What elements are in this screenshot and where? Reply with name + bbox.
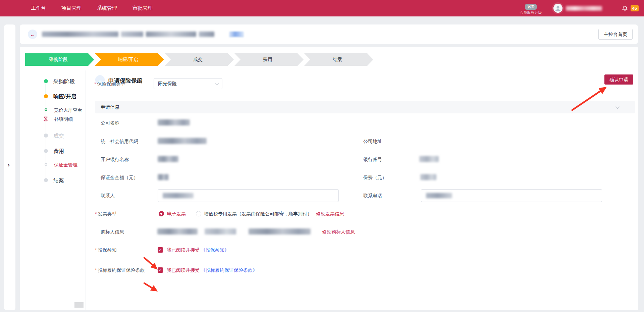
- vip-icon: VIP: [525, 4, 537, 10]
- performance-terms-label: 投标履约保证保险条款: [95, 267, 145, 273]
- bank-account-value-redacted: [419, 156, 439, 162]
- radio-vat-invoice-label[interactable]: 增值税专用发票（发票由保险公司邮寄，顺丰到付）: [204, 211, 312, 217]
- buyer-info-label: 购标人信息: [101, 229, 124, 235]
- notifications[interactable]: 46: [622, 5, 639, 12]
- status-badge-redacted: [229, 32, 244, 37]
- edit-invoice-info-link[interactable]: 修改发票信息: [316, 211, 344, 217]
- terms-checkbox-checked[interactable]: ✓: [158, 267, 163, 273]
- vip-caption: 会员服务升级: [520, 10, 542, 15]
- redacted-text: [42, 32, 118, 37]
- phone-label: 联系电话: [363, 193, 382, 199]
- step-label: 采购阶段: [49, 57, 68, 63]
- guarantee-type-select[interactable]: 阳光保险: [154, 78, 222, 89]
- main-content-card: 采购阶段 响应/开启 成交 费用 结案 采购阶段 响应/开启 竞价大厅查看 补填…: [20, 47, 638, 310]
- vip-upgrade[interactable]: VIP 会员服务升级: [520, 4, 542, 15]
- main-menu: 工作台 项目管理 系统管理 审批管理: [31, 0, 153, 16]
- page-header-card: ← 主控台首页: [20, 24, 638, 44]
- sidebar-item-fill-details[interactable]: 补填明细: [54, 116, 73, 122]
- radio-electronic-invoice-label[interactable]: 电子发票: [167, 211, 186, 217]
- expand-panel-chevron-icon[interactable]: ›: [8, 161, 10, 168]
- horizontal-scrollbar-thumb[interactable]: [74, 302, 84, 308]
- bank-account-label: 银行账号: [363, 157, 382, 163]
- top-navbar: 工作台 项目管理 系统管理 审批管理 VIP 会员服务升级: [0, 0, 644, 16]
- invoice-type-label: 发票类型: [95, 211, 116, 217]
- user-avatar[interactable]: [553, 4, 562, 13]
- notice-checkbox-checked[interactable]: ✓: [158, 247, 163, 253]
- confirm-apply-button[interactable]: 确认申请: [604, 74, 633, 85]
- radio-vat-invoice[interactable]: [196, 211, 201, 216]
- company-name-label: 公司名称: [101, 120, 119, 126]
- timeline-dot-active: [44, 94, 48, 98]
- sidebar-item-deposit-management[interactable]: 保证金管理: [54, 162, 77, 168]
- premium-value-redacted: [420, 174, 436, 180]
- header-back-button[interactable]: ←: [28, 30, 37, 39]
- bell-icon: [622, 5, 628, 12]
- timeline-dot-pending: [44, 149, 48, 153]
- deposit-amount-value-redacted: [158, 174, 169, 180]
- notification-count-badge: 46: [631, 5, 639, 11]
- sidebar-item-bidding-hall[interactable]: 竞价大厅查看: [54, 107, 82, 113]
- nav-item-project-management[interactable]: 项目管理: [61, 5, 82, 11]
- contact-label: 联系人: [101, 193, 115, 199]
- section-apply-info[interactable]: 申请信息: [95, 101, 635, 113]
- phone-value-redacted: [426, 193, 452, 198]
- insurance-notice-label: 投保须知: [95, 247, 116, 253]
- notice-agree-text: 我已阅读并接受: [167, 247, 200, 253]
- nav-item-approval-management[interactable]: 审批管理: [132, 5, 153, 11]
- guarantee-type-label: 保险保函类型: [94, 81, 125, 87]
- username-redacted: [566, 6, 602, 11]
- timeline-ring-pending: [45, 163, 47, 166]
- nav-item-workbench[interactable]: 工作台: [31, 5, 46, 11]
- contact-value-redacted: [163, 193, 194, 198]
- deposit-amount-label: 保证金金额（元）: [101, 175, 138, 181]
- timeline-connector: [46, 84, 46, 94]
- apply-insurance-form: ← 申请保险保函 确认申请 保险保函类型 阳光保险 申请信息 公司名称 统一社会…: [91, 47, 638, 310]
- chevron-down-icon: [615, 105, 620, 109]
- timeline-dot-done: [44, 79, 48, 83]
- radio-electronic-invoice[interactable]: [159, 211, 164, 216]
- credit-code-value-redacted: [158, 138, 207, 144]
- sidebar-item-procurement-stage[interactable]: 采购阶段: [53, 78, 75, 85]
- company-name-value-redacted: [158, 119, 190, 125]
- step-procurement-stage[interactable]: 采购阶段: [25, 53, 94, 66]
- redacted-text: [121, 32, 143, 37]
- person-icon: [553, 4, 562, 13]
- app-root: 工作台 项目管理 系统管理 审批管理 VIP 会员服务升级: [0, 0, 644, 312]
- timeline-ring-done: [45, 108, 47, 111]
- buyer-info-value-redacted: [249, 228, 311, 235]
- select-value: 阳光保险: [158, 81, 215, 87]
- notice-document-link[interactable]: 《投保须知》: [201, 247, 229, 253]
- back-arrow-icon: ←: [30, 32, 35, 37]
- bank-name-value-redacted: [158, 156, 178, 162]
- collapsed-panel: ›: [4, 24, 15, 310]
- terms-document-link[interactable]: 《投标履约保证保险条款》: [201, 267, 257, 273]
- timeline-connector: [46, 99, 46, 179]
- redacted-text: [199, 32, 214, 37]
- edit-buyer-info-link[interactable]: 修改购标人信息: [322, 229, 355, 235]
- nav-item-system-management[interactable]: 系统管理: [97, 5, 117, 11]
- sidebar-divider: [86, 70, 86, 310]
- navbar-right: VIP 会员服务升级 46: [520, 0, 639, 16]
- terms-agree-text: 我已阅读并接受: [167, 267, 200, 273]
- timeline-dot-pending: [44, 134, 48, 138]
- redacted-text: [146, 32, 196, 37]
- console-home-button[interactable]: 主控台首页: [598, 29, 633, 40]
- premium-label: 保费（元）: [363, 175, 387, 181]
- buyer-info-value-redacted: [205, 228, 236, 235]
- sidebar-item-deal[interactable]: 成交: [53, 133, 64, 140]
- project-title-redacted: [42, 32, 214, 37]
- contact-input[interactable]: [158, 189, 339, 202]
- sidebar-item-fees[interactable]: 费用: [53, 148, 64, 155]
- credit-code-label: 统一社会信用代码: [101, 139, 138, 145]
- bank-name-label: 开户银行名称: [101, 157, 129, 163]
- section-title: 申请信息: [101, 104, 615, 110]
- hourglass-icon: [43, 116, 48, 121]
- timeline-dot-pending: [44, 178, 48, 182]
- chevron-down-icon: [215, 81, 219, 86]
- sidebar-item-close-case[interactable]: 结案: [53, 177, 64, 184]
- buyer-info-value-redacted: [157, 228, 198, 235]
- company-address-label: 公司地址: [363, 139, 382, 145]
- phone-input[interactable]: [421, 189, 602, 202]
- sidebar-item-response-open[interactable]: 响应/开启: [53, 93, 76, 100]
